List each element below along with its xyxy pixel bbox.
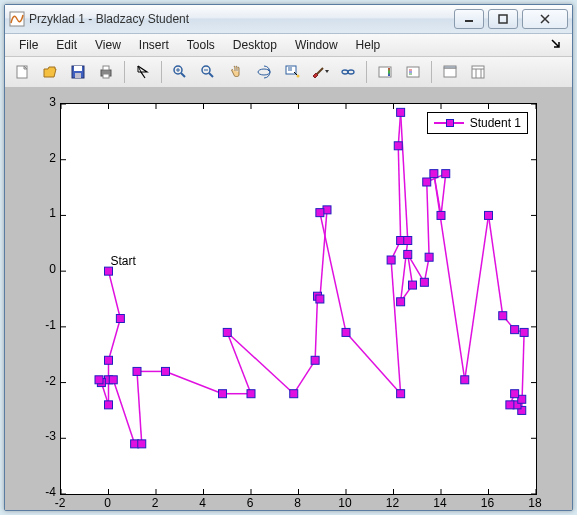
minimize-button[interactable] [454,9,484,29]
svg-rect-124 [520,328,528,336]
svg-line-11 [181,73,185,77]
x-tick-label: 8 [294,496,301,510]
close-button[interactable] [522,9,568,29]
menu-edit[interactable]: Edit [48,36,85,54]
y-tick-label: 2 [28,151,56,165]
titlebar[interactable]: Przyklad 1 - Bladzacy Student [5,5,572,34]
svg-line-22 [317,68,323,74]
new-figure-button[interactable] [9,59,35,85]
axes[interactable]: Student 1 Start [60,103,537,495]
svg-line-37 [109,271,121,318]
svg-point-24 [348,70,354,74]
y-tick-label: -2 [28,374,56,388]
x-tick-label: 2 [152,496,159,510]
svg-line-46 [137,371,142,443]
open-button[interactable] [37,59,63,85]
annotation-start: Start [111,254,136,268]
insert-colorbar-button[interactable] [372,59,398,85]
dock-arrow-icon[interactable] [546,38,566,53]
svg-rect-2 [499,15,507,23]
svg-rect-113 [404,250,412,258]
svg-rect-85 [105,356,113,364]
x-tick-label: 16 [481,496,494,510]
svg-rect-96 [247,390,255,398]
rotate3d-button[interactable] [251,59,277,85]
hide-plot-tools-button[interactable] [437,59,463,85]
figure-window: Przyklad 1 - Bladzacy Student File Edit … [4,4,573,511]
svg-point-21 [297,75,300,78]
svg-line-57 [320,213,346,333]
svg-line-73 [434,174,465,380]
svg-rect-26 [388,68,390,76]
y-tick-label: 1 [28,206,56,220]
menu-window[interactable]: Window [287,36,346,54]
svg-rect-129 [506,401,514,409]
svg-rect-103 [316,209,324,217]
x-tick-label: 4 [199,496,206,510]
pan-button[interactable] [223,59,249,85]
svg-line-59 [391,260,401,394]
x-tick-label: 0 [104,496,111,510]
svg-line-15 [209,73,213,77]
svg-rect-90 [109,376,117,384]
svg-rect-32 [444,66,456,68]
svg-line-61 [398,146,400,241]
toolbar [5,57,572,88]
svg-rect-128 [511,390,519,398]
print-button[interactable] [93,59,119,85]
svg-rect-9 [103,74,109,78]
show-plot-tools-button[interactable] [465,59,491,85]
svg-line-52 [294,360,315,393]
link-data-button[interactable] [335,59,361,85]
x-tick-label: -2 [55,496,66,510]
window-title: Przyklad 1 - Bladzacy Student [29,12,454,26]
svg-line-58 [346,332,401,393]
menu-view[interactable]: View [87,36,129,54]
x-tick-label: 12 [386,496,399,510]
figure-area[interactable]: Student 1 Start -4-3-2-10123-20246810121… [5,88,572,510]
svg-rect-104 [342,328,350,336]
y-tick-label: 3 [28,95,56,109]
menu-insert[interactable]: Insert [131,36,177,54]
svg-rect-112 [409,281,417,289]
svg-rect-114 [420,278,428,286]
x-tick-label: 10 [338,496,351,510]
svg-rect-106 [387,256,395,264]
svg-rect-89 [95,376,103,384]
menu-help[interactable]: Help [348,36,389,54]
svg-rect-101 [316,295,324,303]
x-tick-label: 14 [433,496,446,510]
app-icon [9,11,25,27]
menu-desktop[interactable]: Desktop [225,36,285,54]
zoom-in-button[interactable] [167,59,193,85]
svg-line-71 [441,174,446,216]
svg-rect-115 [425,253,433,261]
svg-rect-118 [437,211,445,219]
menu-tools[interactable]: Tools [179,36,223,54]
svg-line-69 [427,182,429,257]
legend-entry-label: Student 1 [470,116,521,130]
maximize-button[interactable] [488,9,518,29]
y-tick-label: -3 [28,429,56,443]
brush-button[interactable] [307,59,333,85]
svg-rect-6 [75,73,81,78]
svg-line-38 [109,319,121,361]
svg-rect-84 [116,315,124,323]
svg-line-63 [401,112,408,240]
svg-line-74 [465,215,489,379]
insert-legend-button[interactable] [400,59,426,85]
zoom-out-button[interactable] [195,59,221,85]
svg-rect-109 [397,108,405,116]
data-cursor-button[interactable] [279,59,305,85]
save-button[interactable] [65,59,91,85]
svg-rect-94 [162,367,170,375]
svg-rect-31 [444,68,456,77]
svg-rect-97 [223,328,231,336]
svg-rect-116 [423,178,431,186]
menu-file[interactable]: File [11,36,46,54]
legend[interactable]: Student 1 [427,112,528,134]
svg-rect-92 [138,440,146,448]
edit-plot-button[interactable] [130,59,156,85]
svg-rect-120 [461,376,469,384]
svg-rect-121 [485,211,493,219]
